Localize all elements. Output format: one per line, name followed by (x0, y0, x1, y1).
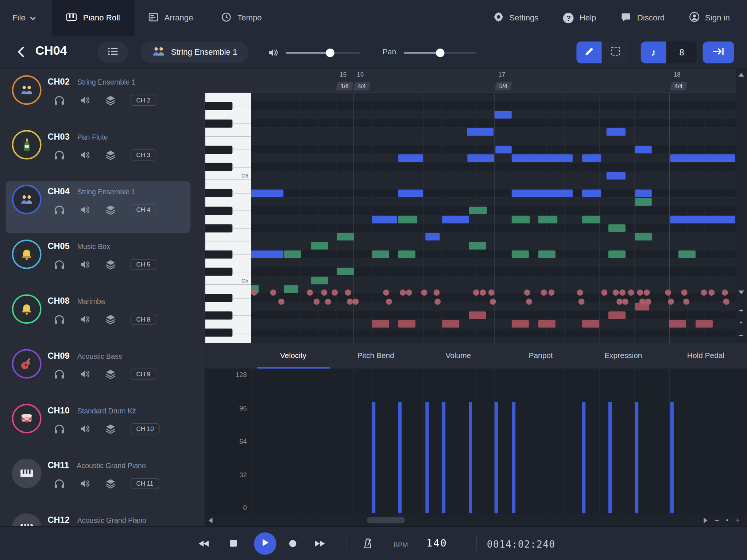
speaker-icon[interactable] (79, 149, 90, 160)
back-button[interactable] (17, 47, 24, 59)
piano-key-black[interactable] (205, 207, 233, 215)
time-signature-badge[interactable]: 4/4 (353, 82, 371, 91)
hzoom-in-button[interactable]: + (736, 517, 740, 524)
piano-key-white[interactable] (205, 241, 251, 250)
instrument-select-button[interactable]: String Ensemble 1 (140, 42, 248, 63)
piano-key-white[interactable] (205, 258, 251, 267)
zoom-in-button[interactable]: + (739, 307, 743, 315)
midi-note[interactable] (607, 172, 626, 179)
quantize-value-button[interactable]: 8 (667, 42, 697, 63)
track-avatar[interactable] (12, 513, 42, 526)
midi-note[interactable] (512, 155, 573, 162)
nav-item-help[interactable]: ?Help (563, 13, 596, 23)
midi-note[interactable] (398, 189, 423, 197)
track-row-ch02[interactable]: CH02String Ensemble 1CH 2 (0, 71, 205, 126)
headphones-icon[interactable] (53, 258, 65, 270)
piano-keys[interactable]: C6C5 (205, 93, 251, 343)
record-button[interactable] (289, 540, 297, 548)
midi-note[interactable] (607, 128, 626, 136)
headphones-icon[interactable] (53, 149, 65, 160)
velocity-bar[interactable] (442, 402, 445, 513)
scroll-down-button[interactable] (738, 291, 744, 294)
velocity-bar[interactable] (670, 402, 674, 513)
scroll-right-button[interactable] (704, 518, 707, 524)
midi-note[interactable] (467, 128, 494, 136)
piano-key-white[interactable] (205, 233, 251, 241)
piano-key-black[interactable] (205, 163, 233, 171)
piano-key-white[interactable] (205, 154, 251, 163)
track-row-ch12[interactable]: CH12Acoustic Grand PianoCH 12 (0, 510, 205, 526)
midi-note[interactable] (251, 250, 283, 258)
time-signature-badge[interactable]: 5/4 (495, 82, 512, 91)
piano-key-black[interactable] (205, 189, 233, 197)
velocity-bar[interactable] (495, 402, 498, 513)
track-row-ch10[interactable]: CH10Standard Drum KitCH 10 (0, 400, 205, 455)
track-avatar[interactable] (12, 404, 42, 433)
controller-tab-velocity[interactable]: Velocity (252, 343, 334, 369)
speaker-icon[interactable] (79, 258, 90, 270)
piano-key-white[interactable] (205, 180, 251, 189)
selection-tool-button[interactable] (603, 42, 628, 63)
fast-forward-button[interactable] (314, 540, 325, 547)
midi-note[interactable] (582, 155, 601, 162)
speaker-icon[interactable] (79, 204, 90, 215)
track-row-ch05[interactable]: CH05Music BoxCH 5 (0, 236, 205, 291)
headphones-icon[interactable] (53, 478, 65, 489)
controller-tab-hold-pedal[interactable]: Hold Pedal (665, 343, 747, 369)
layers-icon[interactable] (105, 94, 116, 106)
horizontal-scrollbar[interactable]: − ● + (205, 514, 747, 526)
bpm-value[interactable]: 140 (426, 538, 447, 549)
midi-note[interactable] (467, 155, 494, 162)
track-list-button[interactable] (98, 42, 128, 63)
velocity-pane[interactable]: 1289664320 (205, 369, 747, 514)
layers-icon[interactable] (105, 478, 116, 489)
track-row-ch11[interactable]: CH11Acoustic Grand PianoCH 11 (0, 455, 205, 509)
midi-note[interactable] (425, 233, 440, 241)
nav-item-settings[interactable]: Settings (494, 12, 538, 24)
play-button[interactable] (254, 532, 276, 555)
velocity-bar[interactable] (635, 402, 638, 513)
speaker-icon[interactable] (79, 423, 90, 434)
pan-slider-thumb[interactable] (436, 48, 445, 57)
piano-key-black[interactable] (205, 311, 233, 319)
controller-tab-pitch-bend[interactable]: Pitch Bend (334, 343, 417, 369)
velocity-bar[interactable] (608, 402, 612, 513)
headphones-icon[interactable] (53, 368, 65, 380)
midi-note[interactable] (398, 155, 423, 162)
piano-key-white[interactable] (205, 215, 251, 224)
speaker-icon[interactable] (79, 368, 90, 380)
piano-key-black[interactable] (205, 268, 233, 276)
track-avatar[interactable] (12, 349, 42, 378)
volume-slider-thumb[interactable] (326, 48, 334, 57)
piano-key-black[interactable] (205, 102, 233, 110)
velocity-bar[interactable] (372, 402, 375, 513)
time-signature-badge[interactable]: 1/8 (336, 82, 353, 91)
piano-roll-grid[interactable] (251, 93, 736, 343)
track-row-ch08[interactable]: CH08MarimbaCH 8 (0, 291, 205, 345)
midi-note[interactable] (582, 189, 601, 197)
speaker-icon[interactable] (79, 478, 90, 489)
horizontal-scroll-thumb[interactable] (367, 517, 405, 523)
midi-note[interactable] (495, 111, 512, 118)
layers-icon[interactable] (105, 368, 116, 380)
metronome-button[interactable] (363, 538, 372, 549)
piano-key-black[interactable] (205, 224, 233, 232)
controller-tab-volume[interactable]: Volume (417, 343, 499, 369)
nav-item-sign-in[interactable]: Sign in (689, 12, 730, 24)
track-row-ch04[interactable]: CH04String Ensemble 1CH 4 (0, 181, 205, 236)
headphones-icon[interactable] (53, 313, 65, 324)
piano-key-white[interactable] (205, 337, 251, 343)
track-avatar[interactable] (12, 185, 42, 214)
nav-item-discord[interactable]: Discord (621, 13, 665, 24)
tab-arrange[interactable]: Arrange (134, 0, 207, 36)
volume-slider[interactable] (286, 48, 360, 57)
controller-tab-panpot[interactable]: Panpot (499, 343, 582, 369)
midi-note[interactable] (635, 189, 652, 197)
measure-ruler[interactable]: 151/8164/4175/4184/4 (205, 69, 747, 93)
track-row-ch09[interactable]: CH09Acoustic BassCH 9 (0, 345, 205, 400)
time-signature-badge[interactable]: 4/4 (670, 82, 688, 91)
piano-key-black[interactable] (205, 250, 233, 258)
midi-note[interactable] (635, 146, 652, 153)
jump-to-playhead-button[interactable] (703, 42, 734, 63)
midi-note[interactable] (251, 189, 283, 197)
